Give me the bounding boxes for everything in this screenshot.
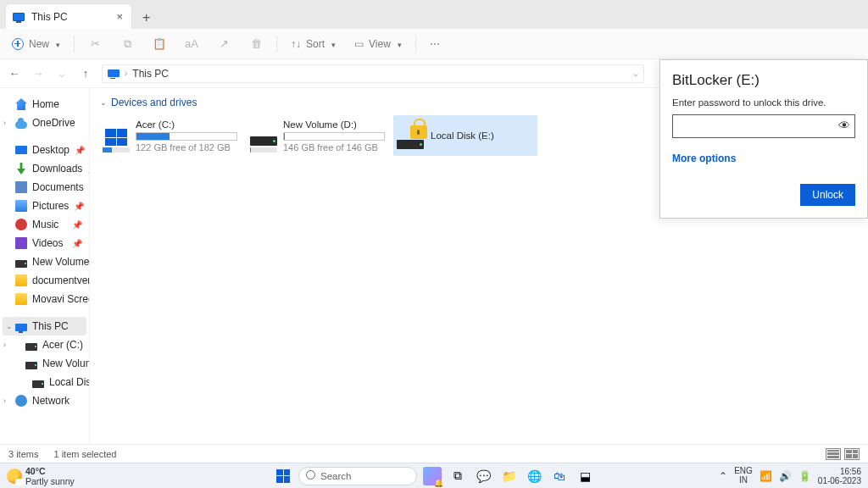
drive-item-c[interactable]: Acer (C:) 122 GB free of 182 GB bbox=[98, 115, 242, 156]
sidebar-item-drive-e[interactable]: Local Disk (E:) bbox=[0, 373, 89, 391]
up-button[interactable]: ↑ bbox=[78, 67, 93, 80]
sidebar-item-documents[interactable]: Documents📌 bbox=[0, 178, 89, 197]
taskbar-clock[interactable]: 16:56 01-06-2023 bbox=[818, 467, 861, 485]
taskbar-edge[interactable]: 🌐 bbox=[524, 466, 544, 486]
sidebar-item-downloads[interactable]: Downloads📌 bbox=[0, 159, 89, 178]
chevron-down-icon bbox=[330, 38, 336, 50]
bitlocker-dialog: BitLocker (E:) Enter password to unlock … bbox=[659, 59, 868, 219]
taskbar-store[interactable]: 🛍 bbox=[549, 466, 570, 486]
sidebar-item-onedrive[interactable]: › OneDrive bbox=[0, 114, 89, 132]
taskbar-left[interactable]: 40°C Partly sunny bbox=[7, 466, 75, 486]
lang-top[interactable]: ENG bbox=[734, 467, 753, 476]
chevron-down-icon[interactable]: ⌵ bbox=[633, 69, 638, 78]
show-password-icon[interactable]: 👁 bbox=[838, 119, 850, 132]
system-tray: ⌃ ENG IN 📶 🔊 🔋 16:56 01-06-2023 bbox=[719, 467, 861, 485]
bitlocker-subtitle: Enter password to unlock this drive. bbox=[672, 97, 855, 108]
sidebar-item-new-volume[interactable]: New Volume (D:) bbox=[0, 252, 89, 271]
expand-icon[interactable]: › bbox=[3, 396, 6, 405]
taskbar-app[interactable] bbox=[422, 466, 442, 486]
window-tab[interactable]: This PC × bbox=[5, 3, 132, 29]
cut-icon: ✂ bbox=[88, 37, 102, 51]
drive-item-e[interactable]: Local Disk (E:) bbox=[393, 115, 537, 156]
documents-icon bbox=[15, 181, 27, 193]
usage-gauge bbox=[283, 132, 385, 141]
pc-icon bbox=[108, 69, 120, 77]
taskbar-search[interactable]: Search bbox=[298, 467, 417, 485]
rename-icon: aA bbox=[185, 37, 198, 51]
folder-icon bbox=[15, 293, 27, 305]
weather-text: Partly sunny bbox=[25, 476, 75, 486]
new-button[interactable]: New bbox=[5, 35, 67, 53]
status-bar: 3 items 1 item selected bbox=[0, 444, 868, 463]
home-icon bbox=[15, 98, 27, 110]
details-view-button[interactable] bbox=[826, 448, 841, 460]
sidebar-item-videos[interactable]: Videos📌 bbox=[0, 234, 89, 252]
copy-icon: ⧉ bbox=[120, 37, 134, 51]
taskbar-explorer[interactable]: 📁 bbox=[498, 466, 519, 486]
paste-icon: 📋 bbox=[153, 37, 166, 51]
back-button[interactable]: ← bbox=[7, 67, 22, 80]
forward-button[interactable]: → bbox=[31, 67, 46, 80]
usage-gauge bbox=[136, 132, 237, 141]
tray-expand-icon[interactable]: ⌃ bbox=[719, 470, 727, 482]
more-button[interactable]: ⋯ bbox=[423, 35, 448, 53]
view-button[interactable]: ▭View bbox=[348, 35, 409, 53]
pc-icon bbox=[15, 324, 27, 331]
plus-icon bbox=[12, 38, 24, 50]
taskbar-dropbox[interactable]: ⬓ bbox=[575, 466, 595, 486]
breadcrumb[interactable]: This PC bbox=[132, 68, 169, 80]
sidebar-item-music[interactable]: Music📌 bbox=[0, 215, 89, 234]
pin-icon: 📌 bbox=[72, 239, 86, 248]
expand-icon[interactable]: ⌄ bbox=[6, 322, 13, 330]
cut-button[interactable]: ✂ bbox=[81, 34, 108, 54]
pin-icon: 📌 bbox=[72, 220, 86, 230]
start-button[interactable] bbox=[273, 466, 293, 486]
lang-bot[interactable]: IN bbox=[734, 476, 753, 485]
tab-close-button[interactable]: × bbox=[116, 10, 123, 23]
drive-item-d[interactable]: New Volume (D:) 146 GB free of 146 GB bbox=[246, 115, 390, 156]
sidebar-item-home[interactable]: Home bbox=[0, 95, 89, 114]
drive-free: 146 GB free of 146 GB bbox=[283, 142, 385, 152]
copy-button[interactable]: ⧉ bbox=[114, 34, 141, 54]
network-icon bbox=[15, 395, 27, 407]
sidebar-item-drive-c[interactable]: ›Acer (C:) bbox=[0, 336, 89, 354]
tiles-view-button[interactable] bbox=[844, 448, 860, 460]
drive-icon bbox=[32, 380, 44, 388]
expand-icon[interactable]: › bbox=[3, 341, 6, 349]
sidebar-item-desktop[interactable]: Desktop📌 bbox=[0, 141, 89, 159]
sidebar-item-folder[interactable]: documentverification bbox=[0, 271, 89, 290]
bitlocker-unlock-button[interactable]: Unlock bbox=[800, 184, 855, 206]
sort-button[interactable]: ↑↓Sort bbox=[284, 35, 342, 53]
wifi-icon[interactable]: 📶 bbox=[760, 470, 772, 482]
share-button[interactable]: ↗ bbox=[210, 34, 237, 54]
address-bar[interactable]: › This PC ⌵ bbox=[102, 64, 644, 83]
sidebar-item-pictures[interactable]: Pictures📌 bbox=[0, 197, 89, 215]
bitlocker-more-options[interactable]: More options bbox=[672, 152, 736, 164]
new-tab-button[interactable]: + bbox=[142, 10, 150, 29]
pin-icon: 📌 bbox=[74, 202, 87, 211]
sidebar-item-drive-d[interactable]: New Volume (D:) bbox=[0, 354, 89, 373]
share-icon: ↗ bbox=[217, 37, 231, 51]
taskbar-chat[interactable]: 💬 bbox=[473, 466, 493, 486]
music-icon bbox=[15, 219, 27, 230]
paste-button[interactable]: 📋 bbox=[146, 34, 173, 54]
drive-icon bbox=[15, 260, 27, 268]
taskbar-task-view[interactable]: ⧉ bbox=[448, 466, 468, 486]
navigation-pane: Home › OneDrive Desktop📌 Downloads📌 Docu… bbox=[0, 88, 90, 444]
bitlocker-password-input[interactable] bbox=[672, 114, 855, 138]
sidebar-item-folder[interactable]: Movavi Screen Recorder bbox=[0, 290, 89, 308]
folder-icon bbox=[15, 274, 27, 286]
sidebar-item-network[interactable]: ›Network bbox=[0, 391, 89, 410]
sidebar-item-this-pc[interactable]: ⌄This PC bbox=[3, 317, 86, 336]
expand-icon[interactable]: › bbox=[3, 119, 6, 127]
pictures-icon bbox=[15, 200, 27, 212]
breadcrumb-separator: › bbox=[125, 69, 127, 78]
volume-icon[interactable]: 🔊 bbox=[779, 470, 792, 482]
delete-button[interactable]: 🗑 bbox=[242, 34, 270, 54]
recent-button[interactable]: ⌵ bbox=[54, 67, 70, 80]
battery-icon[interactable]: 🔋 bbox=[798, 470, 811, 482]
rename-button[interactable]: aA bbox=[178, 34, 205, 54]
sort-icon: ↑↓ bbox=[291, 38, 301, 50]
drive-icon bbox=[25, 362, 37, 369]
weather-icon bbox=[7, 469, 22, 484]
